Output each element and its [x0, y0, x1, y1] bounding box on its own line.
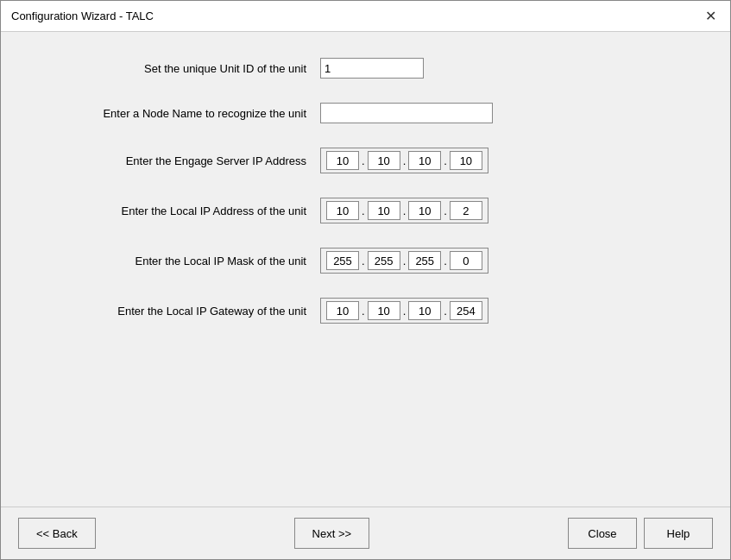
footer: << Back Next >> Close Help — [1, 507, 730, 559]
back-button[interactable]: << Back — [18, 518, 96, 549]
ip-dot-10: . — [359, 305, 368, 318]
footer-center: Next >> — [294, 518, 370, 549]
window: Configuration Wizard - TALC ✕ Set the un… — [0, 0, 731, 560]
local-mask-row: Enter the Local IP Mask of the unit . . … — [53, 248, 678, 274]
local-mask-label: Enter the Local IP Mask of the unit — [53, 255, 320, 267]
local-gateway-octet-2[interactable] — [368, 301, 400, 320]
node-name-input[interactable] — [320, 103, 493, 123]
close-button[interactable]: Close — [568, 518, 637, 549]
ip-dot-12: . — [441, 305, 450, 318]
local-ip-octet-3[interactable] — [408, 201, 441, 220]
node-name-label: Enter a Node Name to recognize the unit — [53, 107, 320, 120]
local-gateway-octet-3[interactable] — [408, 301, 441, 320]
local-ip-group: . . . — [320, 198, 488, 223]
local-ip-octet-1[interactable] — [326, 201, 359, 220]
local-gateway-label: Enter the Local IP Gateway of the unit — [53, 305, 320, 318]
local-ip-octet-2[interactable] — [368, 201, 400, 220]
help-button[interactable]: Help — [644, 518, 713, 549]
local-gateway-octet-1[interactable] — [326, 301, 359, 320]
local-mask-octet-1[interactable] — [326, 251, 359, 270]
local-gateway-octet-4[interactable] — [450, 301, 482, 320]
window-title: Configuration Wizard - TALC — [11, 9, 154, 22]
ip-dot-1: . — [359, 154, 368, 167]
local-mask-octet-2[interactable] — [368, 251, 400, 270]
engage-server-octet-3[interactable] — [408, 151, 441, 170]
ip-dot-4: . — [359, 204, 368, 217]
ip-dot-8: . — [400, 255, 409, 267]
local-ip-octet-4[interactable] — [450, 201, 482, 220]
ip-dot-3: . — [441, 154, 450, 167]
ip-dot-5: . — [400, 204, 409, 217]
title-bar: Configuration Wizard - TALC ✕ — [1, 1, 730, 32]
ip-dot-9: . — [441, 255, 450, 267]
local-mask-octet-4[interactable] — [450, 251, 482, 270]
local-ip-label: Enter the Local IP Address of the unit — [53, 204, 320, 217]
engage-server-row: Enter the Engage Server IP Address . . . — [53, 148, 678, 173]
unit-id-input[interactable] — [320, 58, 424, 79]
engage-server-octet-1[interactable] — [326, 151, 359, 170]
next-button[interactable]: Next >> — [294, 518, 370, 549]
engage-server-ip-group: . . . — [320, 148, 488, 173]
local-mask-octet-3[interactable] — [408, 251, 441, 270]
engage-server-octet-2[interactable] — [368, 151, 400, 170]
form-content: Set the unique Unit ID of the unit Enter… — [1, 32, 730, 507]
engage-server-octet-4[interactable] — [450, 151, 482, 170]
ip-dot-11: . — [400, 305, 409, 318]
ip-dot-7: . — [359, 255, 368, 267]
footer-right: Close Help — [568, 518, 713, 549]
footer-left: << Back — [18, 518, 96, 549]
close-icon[interactable]: ✕ — [702, 8, 720, 25]
local-ip-row: Enter the Local IP Address of the unit .… — [53, 198, 678, 223]
ip-dot-6: . — [441, 204, 450, 217]
local-gateway-row: Enter the Local IP Gateway of the unit .… — [53, 298, 678, 324]
ip-dot-2: . — [400, 154, 409, 167]
engage-server-label: Enter the Engage Server IP Address — [53, 154, 320, 167]
local-mask-group: . . . — [320, 248, 488, 274]
unit-id-row: Set the unique Unit ID of the unit — [53, 58, 678, 79]
node-name-row: Enter a Node Name to recognize the unit — [53, 103, 678, 123]
unit-id-label: Set the unique Unit ID of the unit — [53, 62, 320, 75]
local-gateway-group: . . . — [320, 298, 488, 324]
